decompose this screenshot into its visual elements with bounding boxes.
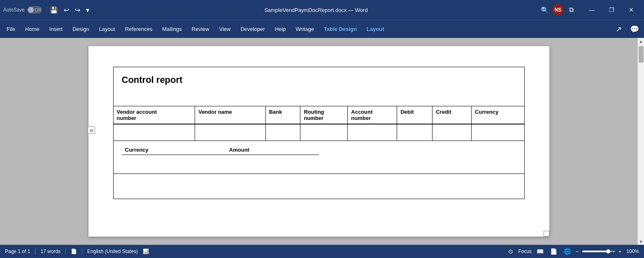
summary-table: Currency Amount (122, 145, 319, 170)
zoom-slider-thumb[interactable] (606, 249, 610, 253)
status-divider-2 (65, 248, 66, 255)
summary-col-currency: Currency (122, 145, 226, 155)
scroll-down-arrow[interactable]: ▼ (638, 238, 644, 245)
menu-layout-active[interactable]: Layout (362, 23, 389, 35)
menu-home[interactable]: Home (20, 23, 44, 35)
menu-developer[interactable]: Developer (235, 23, 270, 35)
title-separator: — (348, 7, 353, 13)
menu-file[interactable]: File (2, 23, 20, 35)
autosave-toggle[interactable]: Off (27, 6, 42, 14)
col-bank: Bank (265, 106, 300, 124)
zoom-slider-fill (582, 251, 607, 252)
bottom-empty-area (114, 174, 524, 199)
restore-down-icon[interactable]: ⧉ (567, 5, 576, 14)
table-header-row: Vendor accountnumber Vendor name Bank Ro… (114, 106, 524, 124)
title-bar: AutoSave Off 💾 ↩ ↪ ▾ SampleVendPaymDocRe… (0, 0, 644, 20)
status-divider-3 (82, 248, 82, 255)
quick-access-toolbar: 💾 ↩ ↪ ▾ (48, 5, 91, 15)
menu-design[interactable]: Design (67, 23, 94, 35)
table-row (114, 124, 524, 141)
document-canvas: ⊞ Control report Vendor accountnumber Ve… (0, 38, 637, 245)
main-data-table: Vendor accountnumber Vendor name Bank Ro… (114, 106, 524, 141)
window-title: SampleVendPaymDocReport.docx — Word (91, 7, 541, 13)
focus-icon[interactable]: ⊙ (507, 247, 515, 256)
focus-label[interactable]: Focus (518, 249, 532, 254)
app-name: Word (355, 7, 368, 13)
web-layout-icon[interactable]: 🌐 (562, 247, 572, 256)
scroll-up-arrow[interactable]: ▲ (638, 38, 644, 45)
menu-references[interactable]: References (120, 23, 157, 35)
cell-debit (397, 124, 432, 141)
cell-account (348, 124, 397, 141)
customize-icon[interactable]: ▾ (84, 5, 91, 15)
save-icon[interactable]: 💾 (48, 5, 60, 15)
menu-writage[interactable]: Writage (291, 23, 319, 35)
menu-insert[interactable]: Insert (44, 23, 68, 35)
title-section: Control report (114, 67, 524, 106)
col-debit: Debit (397, 106, 432, 124)
status-right: ⊙ Focus 📖 📄 🌐 − + 100% (507, 247, 639, 256)
col-routing-number: Routingnumber (300, 106, 348, 124)
share-icon[interactable]: ↗ (612, 23, 625, 35)
window-controls: — ❐ ✕ (582, 3, 641, 16)
document-area: ⊞ Control report Vendor accountnumber Ve… (0, 38, 644, 245)
menu-right-actions: ↗ 💬 (612, 23, 642, 35)
comments-icon[interactable]: 💬 (627, 23, 642, 35)
menu-layout[interactable]: Layout (94, 23, 120, 35)
page-info: Page 1 of 1 (5, 249, 30, 254)
user-avatar[interactable]: NS (552, 4, 564, 16)
menu-table-design[interactable]: Table Design (319, 23, 362, 35)
menu-mailings[interactable]: Mailings (157, 23, 187, 35)
cell-vendor-name (195, 124, 265, 141)
cell-routing (300, 124, 348, 141)
menu-review[interactable]: Review (187, 23, 214, 35)
cell-bank (265, 124, 300, 141)
status-divider-1 (35, 248, 35, 255)
summary-cell-currency (122, 155, 226, 169)
zoom-minus-btn[interactable]: − (576, 249, 579, 255)
menu-bar: File Home Insert Design Layout Reference… (0, 20, 644, 38)
table-move-handle[interactable]: ⊞ (88, 127, 95, 134)
zoom-percent: 100% (626, 249, 639, 254)
read-mode-icon[interactable]: 📖 (535, 247, 545, 256)
status-left: Page 1 of 1 17 words 📄 English (United S… (5, 248, 149, 255)
title-bar-left: AutoSave Off 💾 ↩ ↪ ▾ (3, 5, 91, 15)
col-credit: Credit (432, 106, 472, 124)
autosave-label: AutoSave (3, 7, 25, 13)
toggle-knob (28, 7, 34, 13)
cell-credit (432, 124, 472, 141)
menu-help[interactable]: Help (270, 23, 291, 35)
document-page[interactable]: ⊞ Control report Vendor accountnumber Ve… (88, 46, 549, 237)
cell-vendor-account (114, 124, 195, 141)
summary-cell-amount (226, 155, 319, 169)
scroll-thumb[interactable] (639, 46, 644, 63)
menu-view[interactable]: View (214, 23, 235, 35)
vertical-scrollbar[interactable]: ▲ ▼ (637, 38, 644, 245)
search-icon[interactable]: 🔍 (541, 6, 549, 14)
summary-header-row: Currency Amount (122, 145, 319, 155)
filename: SampleVendPaymDocReport.docx (264, 7, 346, 13)
undo-icon[interactable]: ↩ (62, 5, 71, 15)
summary-col-amount: Amount (226, 145, 319, 155)
language[interactable]: English (United States) (87, 249, 138, 254)
col-vendor-name: Vendor name (195, 106, 265, 124)
status-bar: Page 1 of 1 17 words 📄 English (United S… (0, 245, 644, 258)
summary-row (122, 155, 319, 169)
cell-currency (472, 124, 524, 141)
proofing-icon[interactable]: 📄 (71, 249, 77, 254)
zoom-plus-btn[interactable]: + (618, 249, 622, 255)
redo-icon[interactable]: ↪ (73, 5, 82, 15)
col-vendor-account: Vendor accountnumber (114, 106, 195, 124)
zoom-slider[interactable] (582, 251, 615, 252)
toggle-state: Off (35, 7, 41, 12)
title-bar-right: 🔍 NS ⧉ — ❐ ✕ (541, 3, 641, 16)
word-count: 17 words (40, 249, 60, 254)
print-layout-icon[interactable]: 📄 (549, 247, 559, 256)
restore-button[interactable]: ❐ (602, 3, 621, 16)
track-changes-icon[interactable]: 📊 (143, 249, 149, 254)
report-title: Control report (122, 75, 183, 85)
close-button[interactable]: ✕ (622, 3, 641, 16)
summary-section: Currency Amount (114, 141, 524, 174)
resize-handle[interactable] (544, 231, 549, 237)
minimize-button[interactable]: — (582, 3, 601, 16)
